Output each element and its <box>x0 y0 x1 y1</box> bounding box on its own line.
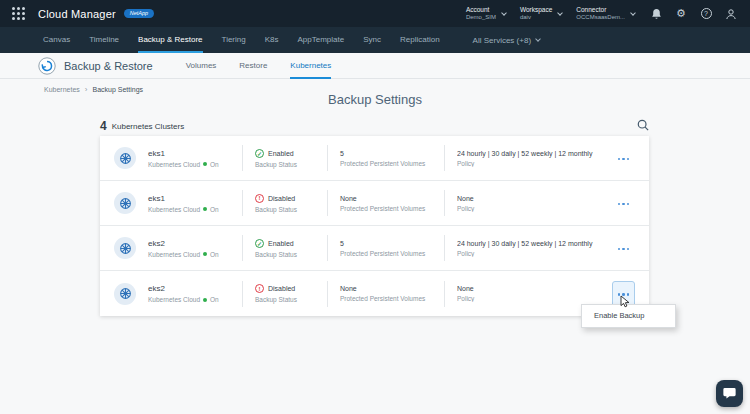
cluster-type: Kubernetes Cloud <box>148 206 200 213</box>
workspace-menu[interactable]: Workspace daiv <box>520 6 562 22</box>
enable-backup-menu-item[interactable]: Enable Backup <box>582 305 675 327</box>
gear-icon[interactable]: ⚙ <box>674 7 688 21</box>
all-services-label: All Services (+8) <box>473 36 531 45</box>
backup-status-value: Enabled <box>268 150 294 157</box>
kubernetes-cluster-icon <box>114 192 136 214</box>
backup-status-label: Backup Status <box>255 206 327 213</box>
main-nav: Canvas Timeline Backup & Restore Tiering… <box>0 27 750 53</box>
row-menu-button[interactable] <box>612 281 636 307</box>
divider <box>242 190 243 216</box>
connector-label: Connector <box>576 6 625 14</box>
cluster-state: On <box>210 251 219 258</box>
divider <box>242 145 243 171</box>
cluster-type: Kubernetes Cloud <box>148 296 200 303</box>
bell-icon[interactable] <box>649 7 663 21</box>
cluster-name: eks1 <box>148 194 242 203</box>
user-icon[interactable] <box>724 7 738 21</box>
connector-menu[interactable]: Connector OCCMsaasDem... <box>576 6 635 22</box>
nav-tab-canvas[interactable]: Canvas <box>43 27 70 53</box>
backup-status-value: Disabled <box>268 285 295 292</box>
chat-button[interactable] <box>716 380 743 407</box>
volumes-value: 5 <box>340 150 444 157</box>
netapp-logo: NetApp <box>124 9 154 19</box>
volumes-value: None <box>340 285 444 292</box>
divider <box>327 281 328 307</box>
cluster-name: eks2 <box>148 284 242 293</box>
cluster-state: On <box>210 206 219 213</box>
backup-restore-icon <box>38 57 56 75</box>
cluster-type: Kubernetes Cloud <box>148 161 200 168</box>
divider <box>444 235 445 261</box>
help-icon[interactable]: ? <box>699 7 713 21</box>
policy-value: None <box>457 285 612 292</box>
row-menu-button[interactable] <box>612 235 636 261</box>
kubernetes-cluster-icon <box>114 283 136 305</box>
tab-kubernetes[interactable]: Kubernetes <box>290 53 331 79</box>
row-menu-button[interactable] <box>612 190 636 216</box>
cluster-name: eks2 <box>148 239 242 248</box>
service-title: Backup & Restore <box>64 60 153 72</box>
divider <box>327 235 328 261</box>
cluster-row: eks2 Kubernetes Cloud On ✓ Enabled Backu… <box>100 226 649 271</box>
status-dot-icon <box>203 252 207 256</box>
nav-tab-apptemplate[interactable]: AppTemplate <box>298 27 345 53</box>
volumes-label: Protected Persistent Volumes <box>340 250 444 257</box>
policy-label: Policy <box>457 205 612 212</box>
connector-value: OCCMsaasDem... <box>576 14 625 22</box>
chat-bubble-icon <box>722 386 737 401</box>
enabled-check-icon: ✓ <box>255 239 264 248</box>
nav-tab-backup-restore[interactable]: Backup & Restore <box>138 27 202 53</box>
volumes-value: None <box>340 195 444 202</box>
divider <box>327 190 328 216</box>
apps-grid-icon[interactable] <box>12 7 25 20</box>
nav-tab-timeline[interactable]: Timeline <box>89 27 119 53</box>
chevron-down-icon <box>557 10 563 16</box>
policy-label: Policy <box>457 295 612 302</box>
divider <box>444 190 445 216</box>
divider <box>444 145 445 171</box>
all-services-menu[interactable]: All Services (+8) <box>473 36 540 45</box>
volumes-label: Protected Persistent Volumes <box>340 205 444 212</box>
policy-value: 24 hourly | 30 daily | 52 weekly | 12 mo… <box>457 150 612 157</box>
nav-tab-sync[interactable]: Sync <box>363 27 381 53</box>
app-title: Cloud Manager <box>38 8 116 20</box>
row-menu-button[interactable] <box>612 145 636 171</box>
cluster-state: On <box>210 161 219 168</box>
tab-restore[interactable]: Restore <box>239 53 267 79</box>
status-dot-icon <box>203 162 207 166</box>
cluster-row: eks1 Kubernetes Cloud On ✓ Enabled Backu… <box>100 136 649 181</box>
account-menu[interactable]: Account Demo_SIM <box>466 6 506 22</box>
chevron-down-icon <box>501 10 507 16</box>
divider <box>242 235 243 261</box>
nav-tab-tiering[interactable]: Tiering <box>222 27 246 53</box>
cluster-row: eks1 Kubernetes Cloud On ! Disabled Back… <box>100 181 649 226</box>
volumes-value: 5 <box>340 240 444 247</box>
top-bar: Cloud Manager NetApp Account Demo_SIM Wo… <box>0 0 750 27</box>
policy-value: 24 hourly | 30 daily | 52 weekly | 12 mo… <box>457 240 612 247</box>
status-dot-icon <box>203 207 207 211</box>
cluster-name: eks1 <box>148 149 242 158</box>
divider <box>327 145 328 171</box>
nav-tab-replication[interactable]: Replication <box>400 27 440 53</box>
cluster-count-label: Kubernetes Clusters <box>112 122 184 132</box>
service-header: Backup & Restore Volumes Restore Kuberne… <box>0 53 750 79</box>
cluster-list: eks1 Kubernetes Cloud On ✓ Enabled Backu… <box>100 136 649 316</box>
workspace-label: Workspace <box>520 6 552 14</box>
backup-status-value: Enabled <box>268 240 294 247</box>
chevron-down-icon <box>535 36 541 42</box>
volumes-label: Protected Persistent Volumes <box>340 160 444 167</box>
tab-volumes[interactable]: Volumes <box>186 53 217 79</box>
backup-status-label: Backup Status <box>255 296 327 303</box>
search-icon[interactable] <box>637 119 649 131</box>
policy-label: Policy <box>457 160 612 167</box>
disabled-alert-icon: ! <box>255 194 264 203</box>
divider <box>444 281 445 307</box>
chevron-down-icon <box>630 10 636 16</box>
account-label: Account <box>466 6 496 14</box>
account-value: Demo_SIM <box>466 14 496 22</box>
kubernetes-cluster-icon <box>114 237 136 259</box>
backup-status-label: Backup Status <box>255 251 327 258</box>
page-title: Backup Settings <box>0 92 750 107</box>
nav-tab-k8s[interactable]: K8s <box>265 27 279 53</box>
policy-value: None <box>457 195 612 202</box>
